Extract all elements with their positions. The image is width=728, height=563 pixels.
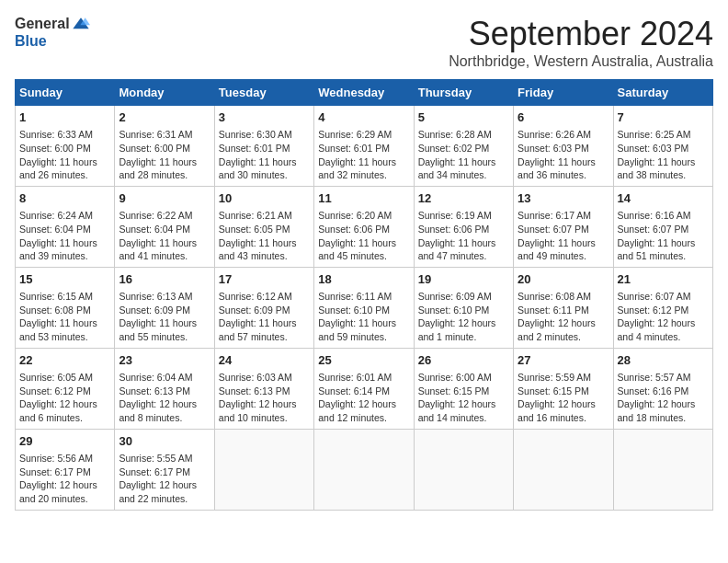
day-number: 8 [19,190,110,207]
day-info: Sunrise: 6:25 AMSunset: 6:03 PMDaylight:… [618,128,709,182]
day-number: 27 [518,352,609,369]
day-info: Sunrise: 6:00 AMSunset: 6:15 PMDaylight:… [418,371,509,425]
location-title: Northbridge, Western Australia, Australi… [449,53,713,70]
title-area: September 2024 Northbridge, Western Aust… [449,15,713,70]
day-info: Sunrise: 6:30 AMSunset: 6:01 PMDaylight:… [219,128,310,182]
day-number: 13 [518,190,609,207]
day-number: 5 [418,109,509,126]
header-thursday: Thursday [414,80,513,106]
day-info: Sunrise: 6:08 AMSunset: 6:11 PMDaylight:… [518,290,609,344]
calendar-day-11: 11Sunrise: 6:20 AMSunset: 6:06 PMDayligh… [314,186,414,267]
day-info: Sunrise: 6:01 AMSunset: 6:14 PMDaylight:… [318,371,409,425]
calendar-header-row: SundayMondayTuesdayWednesdayThursdayFrid… [16,80,713,106]
logo-blue-text: Blue [15,33,47,50]
calendar-day-20: 20Sunrise: 6:08 AMSunset: 6:11 PMDayligh… [514,267,613,348]
day-info: Sunrise: 6:13 AMSunset: 6:09 PMDaylight:… [119,290,210,344]
calendar-week-row: 1Sunrise: 6:33 AMSunset: 6:00 PMDaylight… [16,106,713,187]
day-info: Sunrise: 6:04 AMSunset: 6:13 PMDaylight:… [119,371,210,425]
day-number: 29 [19,433,110,450]
calendar-day-14: 14Sunrise: 6:16 AMSunset: 6:07 PMDayligh… [613,186,712,267]
day-number: 6 [518,109,609,126]
calendar-day-15: 15Sunrise: 6:15 AMSunset: 6:08 PMDayligh… [16,267,115,348]
day-info: Sunrise: 6:21 AMSunset: 6:05 PMDaylight:… [219,209,310,263]
calendar-day-24: 24Sunrise: 6:03 AMSunset: 6:13 PMDayligh… [214,348,313,429]
calendar-day-16: 16Sunrise: 6:13 AMSunset: 6:09 PMDayligh… [115,267,214,348]
month-title: September 2024 [449,15,713,53]
calendar-day-12: 12Sunrise: 6:19 AMSunset: 6:06 PMDayligh… [414,186,513,267]
calendar-day-1: 1Sunrise: 6:33 AMSunset: 6:00 PMDaylight… [16,106,115,187]
day-number: 20 [518,271,609,288]
calendar-day-empty [514,429,613,510]
day-number: 26 [418,352,509,369]
calendar-day-4: 4Sunrise: 6:29 AMSunset: 6:01 PMDaylight… [314,106,414,187]
day-info: Sunrise: 6:31 AMSunset: 6:00 PMDaylight:… [119,128,210,182]
header-monday: Monday [115,80,214,106]
day-number: 2 [119,109,210,126]
day-info: Sunrise: 5:57 AMSunset: 6:16 PMDaylight:… [618,371,709,425]
day-info: Sunrise: 6:33 AMSunset: 6:00 PMDaylight:… [19,128,110,182]
day-number: 22 [19,352,110,369]
day-info: Sunrise: 6:24 AMSunset: 6:04 PMDaylight:… [19,209,110,263]
calendar-day-18: 18Sunrise: 6:11 AMSunset: 6:10 PMDayligh… [314,267,414,348]
calendar-week-row: 8Sunrise: 6:24 AMSunset: 6:04 PMDaylight… [16,186,713,267]
day-info: Sunrise: 6:20 AMSunset: 6:06 PMDaylight:… [318,209,409,263]
calendar-day-2: 2Sunrise: 6:31 AMSunset: 6:00 PMDaylight… [115,106,214,187]
day-number: 25 [318,352,409,369]
header-tuesday: Tuesday [214,80,313,106]
day-number: 1 [19,109,110,126]
day-number: 4 [318,109,409,126]
calendar-day-empty [314,429,414,510]
day-info: Sunrise: 6:26 AMSunset: 6:03 PMDaylight:… [518,128,609,182]
header-sunday: Sunday [16,80,115,106]
day-info: Sunrise: 6:15 AMSunset: 6:08 PMDaylight:… [19,290,110,344]
day-info: Sunrise: 5:55 AMSunset: 6:17 PMDaylight:… [119,452,210,506]
calendar-day-8: 8Sunrise: 6:24 AMSunset: 6:04 PMDaylight… [16,186,115,267]
calendar-day-3: 3Sunrise: 6:30 AMSunset: 6:01 PMDaylight… [214,106,313,187]
calendar-day-27: 27Sunrise: 5:59 AMSunset: 6:15 PMDayligh… [514,348,613,429]
day-number: 28 [618,352,709,369]
calendar-day-9: 9Sunrise: 6:22 AMSunset: 6:04 PMDaylight… [115,186,214,267]
day-info: Sunrise: 6:09 AMSunset: 6:10 PMDaylight:… [418,290,509,344]
day-number: 15 [19,271,110,288]
day-number: 9 [119,190,210,207]
calendar-day-30: 30Sunrise: 5:55 AMSunset: 6:17 PMDayligh… [115,429,214,510]
day-info: Sunrise: 6:22 AMSunset: 6:04 PMDaylight:… [119,209,210,263]
calendar-day-21: 21Sunrise: 6:07 AMSunset: 6:12 PMDayligh… [613,267,712,348]
day-info: Sunrise: 6:17 AMSunset: 6:07 PMDaylight:… [518,209,609,263]
calendar-day-28: 28Sunrise: 5:57 AMSunset: 6:16 PMDayligh… [613,348,712,429]
day-number: 10 [219,190,310,207]
calendar-day-26: 26Sunrise: 6:00 AMSunset: 6:15 PMDayligh… [414,348,513,429]
day-info: Sunrise: 5:59 AMSunset: 6:15 PMDaylight:… [518,371,609,425]
day-number: 18 [318,271,409,288]
day-number: 12 [418,190,509,207]
logo-general-text: General [15,16,70,32]
day-number: 11 [318,190,409,207]
calendar-week-row: 15Sunrise: 6:15 AMSunset: 6:08 PMDayligh… [16,267,713,348]
calendar-day-10: 10Sunrise: 6:21 AMSunset: 6:05 PMDayligh… [214,186,313,267]
calendar-day-empty [414,429,513,510]
day-number: 7 [618,109,709,126]
day-number: 17 [219,271,310,288]
day-info: Sunrise: 6:28 AMSunset: 6:02 PMDaylight:… [418,128,509,182]
day-number: 19 [418,271,509,288]
calendar-day-29: 29Sunrise: 5:56 AMSunset: 6:17 PMDayligh… [16,429,115,510]
day-number: 23 [119,352,210,369]
day-number: 24 [219,352,310,369]
day-number: 3 [219,109,310,126]
day-info: Sunrise: 6:05 AMSunset: 6:12 PMDaylight:… [19,371,110,425]
day-info: Sunrise: 5:56 AMSunset: 6:17 PMDaylight:… [19,452,110,506]
calendar-week-row: 29Sunrise: 5:56 AMSunset: 6:17 PMDayligh… [16,429,713,510]
day-number: 16 [119,271,210,288]
day-number: 21 [618,271,709,288]
header-saturday: Saturday [613,80,712,106]
day-info: Sunrise: 6:03 AMSunset: 6:13 PMDaylight:… [219,371,310,425]
calendar-day-17: 17Sunrise: 6:12 AMSunset: 6:09 PMDayligh… [214,267,313,348]
day-number: 30 [119,433,210,450]
calendar-day-25: 25Sunrise: 6:01 AMSunset: 6:14 PMDayligh… [314,348,414,429]
day-number: 14 [618,190,709,207]
day-info: Sunrise: 6:29 AMSunset: 6:01 PMDaylight:… [318,128,409,182]
calendar: SundayMondayTuesdayWednesdayThursdayFrid… [15,79,713,511]
calendar-day-19: 19Sunrise: 6:09 AMSunset: 6:10 PMDayligh… [414,267,513,348]
day-info: Sunrise: 6:11 AMSunset: 6:10 PMDaylight:… [318,290,409,344]
header-friday: Friday [514,80,613,106]
